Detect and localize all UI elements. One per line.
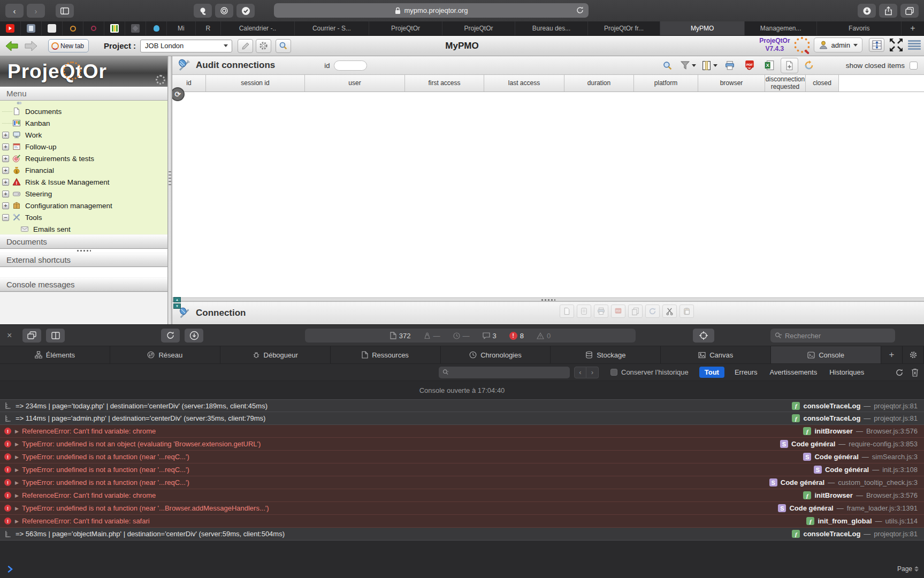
check-extension-button[interactable] [236, 4, 255, 18]
browser-tab-bureau-des-[interactable]: Bureau des... [515, 21, 588, 35]
menu-item-configuration-management[interactable]: +Configuration management [0, 200, 167, 211]
console-error-row[interactable]: !▶ReferenceError: Can't find variable: s… [0, 515, 924, 528]
column-header-user[interactable]: user [305, 75, 405, 92]
splitter-handle-icon[interactable] [169, 171, 171, 185]
project-search-button[interactable] [276, 39, 291, 53]
sidebar-section-console-messages[interactable]: Console messages [0, 277, 167, 292]
excel-button[interactable]: X [761, 58, 778, 73]
source-location[interactable]: custom_tooltip_check.js:3 [838, 478, 918, 486]
source-location[interactable]: projeqtor.js:81 [874, 414, 918, 422]
browser-tab-projeqtor[interactable]: ProjeQtOr [369, 21, 442, 35]
pinned-tab-squid[interactable] [146, 21, 167, 35]
expander-plus-icon[interactable]: + [2, 179, 9, 186]
share-button[interactable] [879, 4, 897, 18]
evernote-extension-button[interactable] [194, 4, 212, 18]
console-log-row[interactable]: => 563ms | page='objectMain.php' | desti… [0, 528, 924, 541]
connection-document-button[interactable] [560, 305, 574, 318]
fullscreen-button[interactable] [888, 37, 904, 53]
element-picker-button[interactable] [693, 329, 714, 343]
scope-erreurs[interactable]: Erreurs [732, 367, 760, 378]
inspector-tab-éléments[interactable]: Éléments [0, 346, 110, 363]
console-error-row[interactable]: !▶TypeError: undefined is not a function… [0, 463, 924, 476]
inspector-tab-stockage[interactable]: Stockage [551, 346, 661, 363]
scope-historiques[interactable]: Historiques [827, 367, 866, 378]
inspector-tab-console[interactable]: Console [771, 346, 881, 363]
menu-toggle-button[interactable] [908, 40, 921, 50]
expander-plus-icon[interactable]: + [2, 167, 9, 174]
source-location[interactable]: utils.js:114 [885, 517, 918, 525]
app-forward-button[interactable] [22, 40, 39, 52]
column-header-browser[interactable]: browser [698, 75, 765, 92]
expander-plus-icon[interactable]: + [2, 191, 9, 197]
console-log-row[interactable]: => 114ms | page='admin.php' | destinatio… [0, 412, 924, 425]
connection-cut-button[interactable] [662, 305, 677, 318]
browser-tab-r[interactable]: R [196, 21, 222, 35]
console-log-row[interactable]: => 234ms | page='today.php' | destinatio… [0, 399, 924, 412]
pinned-tab-stripes[interactable] [104, 21, 125, 35]
browser-tab-favoris[interactable]: Favoris [817, 21, 902, 35]
expander-plus-icon[interactable]: + [2, 143, 9, 150]
find-next-button[interactable]: › [586, 367, 599, 378]
disclosure-triangle-icon[interactable]: ▶ [15, 493, 19, 498]
app-back-button[interactable] [4, 40, 20, 52]
back-button[interactable]: ‹ [5, 4, 24, 18]
source-location[interactable]: Browser.js:3:576 [866, 427, 918, 435]
inspector-reload-button[interactable] [161, 329, 180, 343]
browser-tab-courrier-s-[interactable]: Courrier - S... [295, 21, 370, 35]
connection-pdf-button[interactable]: PDF [611, 305, 625, 318]
close-inspector-button[interactable]: × [7, 331, 12, 340]
detach-inspector-button[interactable] [22, 329, 41, 343]
menu-item-emails-sent[interactable]: Emails sent [0, 223, 167, 234]
source-location[interactable]: init.js:3:108 [882, 466, 918, 474]
forward-button[interactable]: › [27, 4, 45, 18]
dock-side-button[interactable] [46, 329, 65, 343]
expander-minus-icon[interactable]: − [2, 214, 9, 221]
source-location[interactable]: Browser.js:3:576 [866, 491, 918, 499]
expander-plus-icon[interactable]: + [2, 202, 9, 209]
page-reload-icon[interactable] [576, 6, 584, 14]
source-location[interactable]: require-config.js:3:853 [849, 440, 918, 448]
menu-item-follow-up[interactable]: +Follow-up [0, 141, 167, 153]
console-error-row[interactable]: !▶TypeError: undefined is not a function… [0, 502, 924, 515]
menu-item-steering[interactable]: +Steering [0, 188, 167, 200]
show-closed-checkbox[interactable] [910, 62, 918, 70]
browser-tab-projeqtor[interactable]: ProjeQtOr [442, 21, 516, 35]
project-settings-button[interactable] [256, 39, 271, 53]
menu-header[interactable]: Menu [0, 87, 167, 101]
column-header-session-id[interactable]: session id [206, 75, 305, 92]
inspector-tab-canvas[interactable]: Canvas [661, 346, 771, 363]
menu-item-requirements-tests[interactable]: +Requirements & tests [0, 153, 167, 164]
pinned-tab-cube[interactable] [125, 21, 146, 35]
pdf-button[interactable]: PDF [741, 58, 759, 73]
menu-item-tools[interactable]: −Tools [0, 211, 167, 223]
connection-refresh-button[interactable] [645, 305, 660, 318]
id-filter-input[interactable] [334, 60, 367, 71]
user-menu[interactable]: admin [814, 37, 862, 52]
browser-tab-managemen-[interactable]: Managemen... [745, 21, 818, 35]
pinned-tab-youtube[interactable] [0, 21, 21, 35]
inspector-download-button[interactable] [185, 329, 203, 343]
inspector-search-input[interactable] [784, 331, 891, 340]
inspector-tab-débogueur[interactable]: Débogueur [220, 346, 331, 363]
disclosure-triangle-icon[interactable]: ▶ [15, 506, 19, 511]
expander-plus-icon[interactable]: + [2, 132, 9, 139]
source-location[interactable]: projeqtor.js:81 [874, 530, 918, 538]
splitter-collapse-buttons[interactable]: ▲▼ [173, 297, 181, 309]
console-error-row[interactable]: !▶ReferenceError: Can't find variable: c… [0, 425, 924, 438]
console-prompt-bar[interactable]: Page [0, 560, 924, 578]
disclosure-triangle-icon[interactable]: ▶ [15, 480, 19, 485]
console-search-field[interactable] [439, 367, 570, 378]
inspector-search-field[interactable] [770, 329, 895, 343]
new-tab-button[interactable]: + [902, 21, 924, 35]
scope-avertissements[interactable]: Avertissements [768, 367, 820, 378]
console-error-row[interactable]: !▶TypeError: undefined is not a function… [0, 451, 924, 463]
menu-item-risk-issue-management[interactable]: +!Risk & Issue Management [0, 176, 167, 188]
pinned-tab-q-ring[interactable] [83, 21, 104, 35]
filter-button[interactable] [678, 58, 698, 73]
source-location[interactable]: frame_loader.js:3:1391 [847, 504, 918, 512]
sidebar-toggle-button[interactable] [56, 4, 74, 18]
pinned-tab-bee[interactable] [63, 21, 83, 35]
sidebar-section-external-shortcuts[interactable]: External shortcuts [0, 253, 167, 267]
menu-item-work[interactable]: +Work [0, 129, 167, 141]
density-button[interactable] [869, 38, 884, 52]
